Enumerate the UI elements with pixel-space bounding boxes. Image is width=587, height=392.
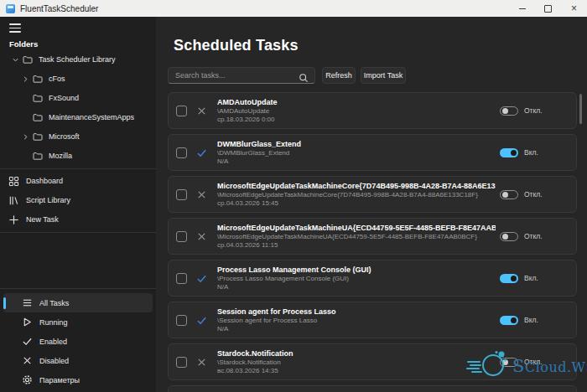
- folder-tree-item[interactable]: Microsoft: [0, 127, 156, 147]
- task-state-label: Вкл.: [524, 316, 538, 324]
- sidebar-item-dashboard[interactable]: Dashboard: [0, 172, 156, 191]
- folder-tree-item[interactable]: Mozilla: [0, 147, 156, 166]
- task-state-label: Откл.: [524, 190, 543, 199]
- window-title: FluentTaskScheduler: [20, 4, 98, 13]
- task-row[interactable]: DWMBlurGlass_Extend \DWMBlurGlass_Extend…: [168, 134, 577, 171]
- chevron-icon: [21, 113, 29, 121]
- sidebar: Folders Task Scheduler Library cFos FxSo…: [0, 17, 156, 392]
- chevron-icon[interactable]: [21, 75, 29, 83]
- task-checkbox[interactable]: [176, 106, 187, 116]
- sidebar-footer-nav: All Tasks Running Enabled Disabled Парам…: [0, 288, 156, 392]
- sidebar-item-new-task[interactable]: New Task: [0, 210, 156, 230]
- task-toggle[interactable]: [500, 148, 518, 157]
- task-info: Stardock.Notification \Stardock.Notifica…: [217, 348, 294, 375]
- refresh-button[interactable]: Refresh: [322, 67, 356, 84]
- play-icon: [22, 317, 33, 328]
- main-panel: Scheduled Tasks Refresh Import Task AMDA…: [156, 17, 587, 392]
- nav-label: Enabled: [39, 338, 67, 346]
- task-toggle[interactable]: [500, 232, 518, 241]
- sidebar-item-all-tasks[interactable]: All Tasks: [3, 293, 153, 312]
- task-row[interactable]: MicrosoftEdgeUpdateTaskMachineCore{7D74B…: [168, 176, 577, 213]
- folder-icon: [23, 55, 33, 64]
- chevron-icon[interactable]: [21, 132, 29, 141]
- task-info: Process Lasso Management Console (GUI) \…: [217, 265, 371, 291]
- close-button[interactable]: ×: [561, 0, 587, 17]
- task-path: \MicrosoftEdgeUpdateTaskMachineCore{7D74…: [217, 191, 496, 199]
- task-path: \Session agent for Process Lasso: [217, 317, 336, 325]
- task-state-label: Откл.: [524, 106, 543, 115]
- import-task-button[interactable]: Import Task: [361, 67, 406, 84]
- hamburger-icon[interactable]: [9, 23, 21, 33]
- page-title: Scheduled Tasks: [174, 37, 299, 54]
- task-path: \Process Lasso Management Console (GUI): [217, 275, 371, 283]
- task-checkbox[interactable]: [176, 189, 187, 200]
- sidebar-divider: [0, 232, 156, 233]
- window-controls: ×: [509, 0, 587, 17]
- sidebar-item-enabled[interactable]: Enabled: [3, 332, 153, 351]
- folder-icon: [33, 152, 43, 160]
- folder-icon: [33, 75, 43, 83]
- folder-label: FxSound: [49, 94, 79, 102]
- task-checkbox[interactable]: [176, 315, 187, 326]
- task-toggle[interactable]: [500, 274, 518, 283]
- sidebar-item-running[interactable]: Running: [3, 312, 153, 332]
- task-controls: Вкл.: [500, 135, 538, 170]
- task-toggle[interactable]: [500, 316, 518, 325]
- task-controls: Вкл.: [500, 260, 538, 296]
- folder-label: MaintenanceSystemApps: [49, 113, 134, 121]
- task-info: AMDAutoUpdate \AMDAutoUpdate ср.18.03.20…: [217, 97, 278, 124]
- x-icon: [22, 355, 33, 366]
- nav-label: Script Library: [26, 196, 70, 204]
- task-info: MicrosoftEdgeUpdateTaskMachineCore{7D74B…: [217, 181, 496, 208]
- folder-tree-item[interactable]: Task Scheduler Library: [0, 50, 156, 70]
- search-icon: [299, 71, 309, 86]
- folder-tree-item[interactable]: FxSound: [0, 89, 156, 108]
- task-next-run: вс.08.03.2026 14:35: [217, 367, 294, 375]
- sidebar-item-script-library[interactable]: Script Library: [0, 191, 156, 210]
- folder-tree-item[interactable]: cFos: [0, 70, 156, 89]
- maximize-icon: [544, 5, 552, 13]
- gear-icon: [22, 374, 33, 385]
- scrollbar-thumb[interactable]: [579, 94, 582, 124]
- list-icon: [22, 297, 33, 308]
- task-row[interactable]: Stardock.Notification \Stardock.Notifica…: [168, 343, 577, 380]
- task-toggle[interactable]: [500, 190, 518, 199]
- folder-icon: [33, 132, 43, 141]
- task-row[interactable]: MicrosoftEdgeUpdateTaskMachineUA{ECD4475…: [168, 218, 577, 255]
- task-row[interactable]: Process Lasso Management Console (GUI) \…: [168, 260, 577, 297]
- folder-label: Mozilla: [49, 152, 72, 160]
- task-row-partial[interactable]: [168, 385, 577, 392]
- sidebar-item-параметры[interactable]: Параметры: [3, 370, 153, 389]
- toggle-knob: [511, 276, 517, 281]
- task-checkbox[interactable]: [176, 147, 187, 158]
- nav-label: Dashboard: [26, 177, 63, 185]
- task-path: \MicrosoftEdgeUpdateTaskMachineUA{ECD447…: [217, 233, 496, 241]
- toggle-knob: [502, 108, 508, 114]
- task-row[interactable]: Session agent for Process Lasso \Session…: [168, 302, 577, 338]
- task-next-run: ср.04.03.2026 11:15: [217, 241, 496, 250]
- task-name: MicrosoftEdgeUpdateTaskMachineUA{ECD4475…: [217, 223, 496, 233]
- toggle-knob: [502, 192, 508, 198]
- task-state-icon: [196, 315, 207, 326]
- maximize-button[interactable]: [535, 0, 561, 17]
- nav-label: Running: [39, 318, 68, 327]
- library-icon: [8, 195, 19, 206]
- folder-tree-item[interactable]: MaintenanceSystemApps: [0, 108, 156, 127]
- task-info: Session agent for Process Lasso \Session…: [217, 307, 336, 333]
- sidebar-item-disabled[interactable]: Disabled: [3, 351, 153, 370]
- task-info: MicrosoftEdgeUpdateTaskMachineUA{ECD4475…: [217, 223, 496, 250]
- task-checkbox[interactable]: [176, 231, 187, 242]
- task-checkbox[interactable]: [176, 357, 187, 368]
- task-checkbox[interactable]: [176, 273, 187, 284]
- task-row[interactable]: AMDAutoUpdate \AMDAutoUpdate ср.18.03.20…: [168, 92, 577, 129]
- task-state-icon: [196, 273, 207, 284]
- folder-icon: [33, 113, 43, 121]
- search-box: [168, 67, 315, 84]
- search-input[interactable]: [169, 68, 314, 83]
- minimize-icon: [519, 8, 526, 9]
- task-state-label: Вкл.: [524, 274, 538, 282]
- chevron-icon[interactable]: [11, 55, 19, 64]
- task-toggle[interactable]: [500, 106, 518, 116]
- minimize-button[interactable]: [509, 0, 535, 17]
- task-toggle[interactable]: [500, 358, 518, 367]
